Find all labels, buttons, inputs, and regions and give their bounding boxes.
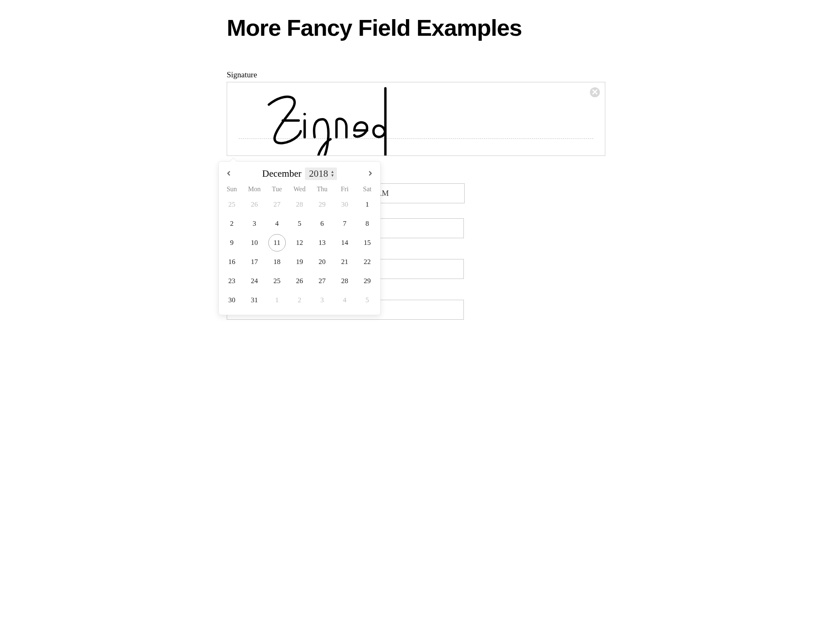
datepicker-title: December 2018 ▲ ▼ [262,168,337,180]
datepicker-day[interactable]: 5 [356,291,379,310]
popover-caret [229,158,238,166]
datepicker-day[interactable]: 23 [220,271,243,291]
datepicker-day[interactable]: 20 [311,252,333,271]
datepicker-day[interactable]: 3 [243,214,265,233]
signature-pad[interactable] [227,82,605,156]
datepicker-day[interactable]: 17 [243,252,265,271]
datepicker-day[interactable]: 30 [333,195,356,214]
datepicker-day[interactable]: 22 [356,252,379,271]
datepicker-grid: SunMonTueWedThuFriSat2526272829301234567… [220,183,379,310]
datepicker-day[interactable]: 13 [311,233,333,252]
signature-baseline [239,138,593,139]
datepicker-day[interactable]: 11 [268,234,286,252]
datepicker-day[interactable]: 21 [333,252,356,271]
datepicker-day[interactable]: 18 [266,252,288,271]
datepicker-day[interactable]: 7 [333,214,356,233]
datepicker-dow: Wed [288,183,311,195]
datepicker-day[interactable]: 4 [266,214,288,233]
datepicker-day[interactable]: 16 [220,252,243,271]
datepicker-day[interactable]: 25 [220,195,243,214]
datepicker-day[interactable]: 4 [333,291,356,310]
datepicker-day[interactable]: 26 [243,195,265,214]
datepicker-day[interactable]: 27 [311,271,333,291]
svg-point-0 [303,113,306,115]
datepicker-day[interactable]: 31 [243,291,265,310]
year-down-icon[interactable]: ▼ [331,174,334,178]
close-icon [592,89,597,96]
signature-drawing [227,82,605,155]
datepicker-next-month[interactable] [366,170,374,178]
datepicker-day[interactable]: 24 [243,271,265,291]
datepicker-day[interactable]: 28 [333,271,356,291]
datepicker-day[interactable]: 29 [356,271,379,291]
datepicker-year: 2018 [309,168,328,179]
datepicker-day[interactable]: 27 [266,195,288,214]
datepicker-day[interactable]: 10 [243,233,265,252]
chevron-right-icon [368,170,373,178]
signature-label: Signature [227,70,605,79]
datepicker-day[interactable]: 8 [356,214,379,233]
datepicker-month[interactable]: December [262,168,302,179]
datepicker-day[interactable]: 2 [220,214,243,233]
chevron-left-icon [226,170,231,178]
datepicker-day[interactable]: 1 [266,291,288,310]
datepicker-dow: Sat [356,183,379,195]
datepicker-day[interactable]: 3 [311,291,333,310]
datepicker-day[interactable]: 26 [288,271,311,291]
datepicker-day[interactable]: 14 [333,233,356,252]
datepicker-popover: December 2018 ▲ ▼ SunMonTueWedThuFriSat2… [218,161,381,315]
datepicker-day[interactable]: 30 [220,291,243,310]
datepicker-day[interactable]: 5 [288,214,311,233]
datepicker-day[interactable]: 9 [220,233,243,252]
datepicker-day[interactable]: 29 [311,195,333,214]
datepicker-prev-month[interactable] [225,170,233,178]
datepicker-day[interactable]: 28 [288,195,311,214]
datepicker-day[interactable]: 15 [356,233,379,252]
datepicker-day[interactable]: 1 [356,195,379,214]
datepicker-day[interactable]: 6 [311,214,333,233]
datepicker-day[interactable]: 12 [288,233,311,252]
signature-clear-button[interactable] [590,87,600,97]
datepicker-dow: Fri [333,183,356,195]
datepicker-dow: Sun [220,183,243,195]
datepicker-day[interactable]: 19 [288,252,311,271]
datepicker-dow: Tue [266,183,288,195]
datepicker-day[interactable]: 2 [288,291,311,310]
datepicker-dow: Thu [311,183,333,195]
datepicker-year-spinner[interactable]: 2018 ▲ ▼ [305,168,337,180]
datepicker-day[interactable]: 25 [266,271,288,291]
datepicker-dow: Mon [243,183,265,195]
page-title: More Fancy Field Examples [227,14,605,41]
